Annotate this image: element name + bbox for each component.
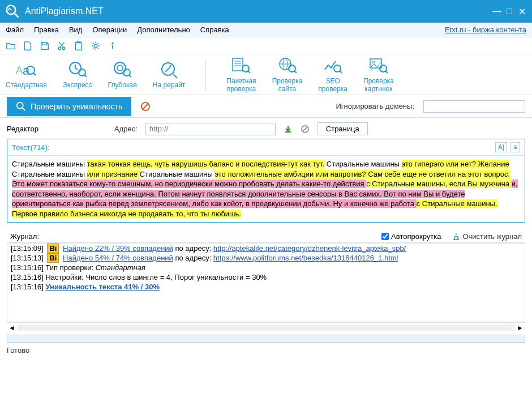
app-title: AntiPlagiarism.NET	[25, 6, 491, 16]
svg-text:A: A	[16, 65, 23, 76]
svg-rect-4	[76, 42, 82, 50]
svg-line-21	[173, 74, 177, 78]
editor-area: Редактор Адрес: Страница Текст(714): A| …	[0, 118, 532, 227]
log-line: [13:15:16] Тип проверки: Стандартная	[7, 263, 525, 272]
app-logo-icon	[5, 3, 20, 19]
svg-point-17	[117, 65, 123, 71]
ribbon-separator	[205, 59, 206, 91]
autoscroll-label: Автопрокрутка	[391, 232, 441, 241]
open-icon[interactable]	[6, 41, 16, 51]
check-button-label: Проверить уникальность	[31, 102, 122, 111]
clear-log-button[interactable]: Очистить журнал	[452, 232, 522, 241]
mode-deep[interactable]: Глубокая	[108, 60, 137, 89]
etxt-link[interactable]: Etxt.ru - биржа контента	[445, 25, 526, 34]
text-box: Текст(714): A| ≡ Стиральные машины такая…	[7, 139, 525, 223]
text-label: Текст(714):	[12, 143, 50, 152]
svg-point-36	[372, 61, 375, 63]
progress-bar	[7, 335, 525, 343]
mode-standard-label: Стандартная	[6, 82, 47, 89]
menu-view[interactable]: Вид	[69, 25, 83, 34]
svg-point-6	[94, 44, 97, 47]
svg-line-45	[303, 127, 307, 131]
log-panel: Журнал: Автопрокрутка Очистить журнал [1…	[7, 230, 525, 332]
new-file-icon[interactable]	[23, 41, 33, 51]
maximize-button[interactable]: □	[504, 6, 515, 17]
site-check-label: Проверка сайта	[272, 78, 303, 92]
ribbon: Aa Стандартная Экспресс Глубокая На рера…	[0, 54, 532, 95]
svg-line-27	[248, 71, 250, 73]
settings-icon[interactable]	[91, 41, 101, 51]
scroll-track[interactable]	[17, 324, 515, 331]
titlebar: AntiPlagiarism.NET — □ ✕	[0, 0, 532, 23]
svg-line-32	[294, 71, 297, 73]
log-line: [13:15:16] Уникальность текста 41% / 30%	[7, 282, 525, 292]
svg-line-12	[33, 73, 36, 75]
paste-icon[interactable]	[74, 41, 84, 51]
text-tool-font[interactable]: A|	[495, 142, 507, 152]
image-check-label: Проверка картинок	[363, 78, 394, 92]
status-label: Готово	[0, 345, 532, 356]
seo-check-label: SEO проверка	[318, 78, 347, 92]
page-tab[interactable]: Страница	[318, 122, 368, 135]
mode-express-label: Экспресс	[63, 82, 92, 89]
close-button[interactable]: ✕	[516, 6, 527, 17]
log-line: [13:15:09] Bi Найдено 22% / 39% совпаден…	[7, 244, 525, 253]
cut-icon[interactable]	[57, 41, 67, 51]
seo-check[interactable]: SEO проверка	[318, 56, 347, 92]
broom-icon	[452, 233, 460, 241]
mode-rewrite[interactable]: На рерайт	[153, 60, 186, 89]
log-line: [13:15:16] Настройки: Число слов в шингл…	[7, 272, 525, 282]
menu-extra[interactable]: Дополнительно	[137, 25, 190, 34]
svg-line-40	[23, 108, 25, 110]
log-line: [13:15:13] Bi Найдено 54% / 74% совпаден…	[7, 253, 525, 263]
svg-point-7	[112, 42, 113, 44]
address-label: Адрес:	[114, 125, 138, 133]
svg-line-42	[143, 104, 148, 109]
menu-edit[interactable]: Правка	[34, 25, 59, 34]
menu-operations[interactable]: Операции	[92, 25, 127, 34]
svg-point-39	[17, 102, 23, 108]
stop-icon[interactable]	[140, 101, 151, 112]
mode-rewrite-label: На рерайт	[153, 82, 186, 89]
svg-line-19	[129, 75, 131, 77]
svg-line-1	[15, 14, 19, 18]
save-icon[interactable]	[40, 41, 50, 51]
svg-line-34	[340, 71, 342, 73]
site-check[interactable]: Проверка сайта	[272, 56, 303, 92]
log-label: Журнал:	[10, 232, 39, 241]
batch-check[interactable]: Пакетная проверка	[226, 56, 256, 92]
toolbar-small	[0, 37, 532, 54]
minimize-button[interactable]: —	[491, 6, 503, 17]
address-input[interactable]	[145, 123, 276, 135]
ignore-domains-label: Игнорировать домены:	[336, 102, 414, 110]
ignore-domains-input[interactable]	[423, 100, 525, 113]
action-row: Проверить уникальность Игнорировать доме…	[0, 95, 532, 118]
svg-rect-22	[233, 58, 243, 71]
svg-rect-8	[112, 45, 113, 49]
check-uniqueness-button[interactable]: Проверить уникальность	[7, 97, 131, 116]
scroll-right-icon[interactable]: ►	[515, 324, 525, 332]
menubar: Файл Правка Вид Операции Дополнительно С…	[0, 23, 532, 37]
mode-standard[interactable]: Aa Стандартная	[6, 60, 47, 89]
text-tool-paragraph[interactable]: ≡	[510, 142, 520, 152]
log-body[interactable]: [13:15:09] Bi Найдено 22% / 39% совпаден…	[7, 243, 525, 322]
info-icon[interactable]	[108, 41, 118, 51]
menu-help[interactable]: Справка	[200, 25, 229, 34]
menu-file[interactable]: Файл	[6, 25, 24, 34]
batch-check-label: Пакетная проверка	[226, 78, 256, 92]
window-controls: — □ ✕	[491, 6, 527, 17]
autoscroll-input[interactable]	[381, 233, 389, 240]
cancel-icon[interactable]	[301, 125, 310, 134]
mode-express[interactable]: Экспресс	[63, 60, 92, 89]
download-icon[interactable]	[284, 125, 293, 134]
image-check[interactable]: Проверка картинок	[363, 56, 394, 92]
svg-line-38	[385, 71, 388, 73]
scroll-left-icon[interactable]: ◄	[7, 324, 17, 332]
autoscroll-checkbox[interactable]: Автопрокрутка	[381, 232, 441, 241]
mode-deep-label: Глубокая	[108, 82, 137, 89]
clear-log-label: Очистить журнал	[462, 232, 522, 241]
horizontal-scrollbar[interactable]: ◄ ►	[7, 322, 525, 332]
text-content[interactable]: Стиральные машины такая тонкая вещь, чут…	[7, 156, 525, 222]
editor-label: Редактор	[7, 125, 38, 133]
svg-line-15	[84, 75, 87, 77]
